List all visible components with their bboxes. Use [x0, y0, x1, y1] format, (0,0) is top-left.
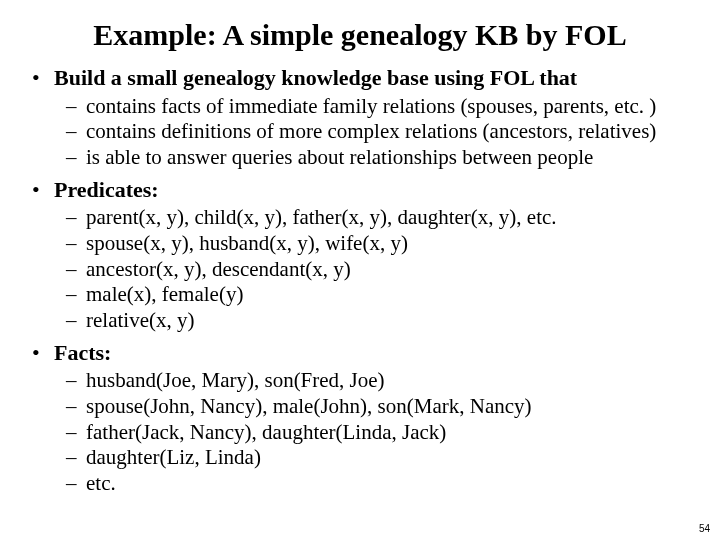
sub-item: contains facts of immediate family relat…	[86, 94, 698, 120]
sub-item: father(Jack, Nancy), daughter(Linda, Jac…	[86, 420, 698, 446]
sub-item: spouse(x, y), husband(x, y), wife(x, y)	[86, 231, 698, 257]
sub-item: male(x), female(y)	[86, 282, 698, 308]
bullet-item: Facts: husband(Joe, Mary), son(Fred, Joe…	[54, 340, 698, 497]
slide-title: Example: A simple genealogy KB by FOL	[22, 18, 698, 51]
sub-item: ancestor(x, y), descendant(x, y)	[86, 257, 698, 283]
sub-item: contains definitions of more complex rel…	[86, 119, 698, 145]
bullet-lead: Build a small genealogy knowledge base u…	[54, 65, 577, 90]
sub-list: parent(x, y), child(x, y), father(x, y),…	[54, 205, 698, 333]
bullet-item: Predicates: parent(x, y), child(x, y), f…	[54, 177, 698, 334]
sub-item: husband(Joe, Mary), son(Fred, Joe)	[86, 368, 698, 394]
page-number: 54	[699, 523, 710, 534]
sub-item: relative(x, y)	[86, 308, 698, 334]
sub-item: is able to answer queries about relation…	[86, 145, 698, 171]
bullet-lead: Facts:	[54, 340, 111, 365]
sub-item: daughter(Liz, Linda)	[86, 445, 698, 471]
sub-item: parent(x, y), child(x, y), father(x, y),…	[86, 205, 698, 231]
bullet-list: Build a small genealogy knowledge base u…	[22, 65, 698, 496]
bullet-item: Build a small genealogy knowledge base u…	[54, 65, 698, 171]
sub-list: husband(Joe, Mary), son(Fred, Joe) spous…	[54, 368, 698, 496]
sub-list: contains facts of immediate family relat…	[54, 94, 698, 171]
bullet-lead: Predicates:	[54, 177, 159, 202]
slide: Example: A simple genealogy KB by FOL Bu…	[0, 0, 720, 540]
sub-item: etc.	[86, 471, 698, 497]
sub-item: spouse(John, Nancy), male(John), son(Mar…	[86, 394, 698, 420]
